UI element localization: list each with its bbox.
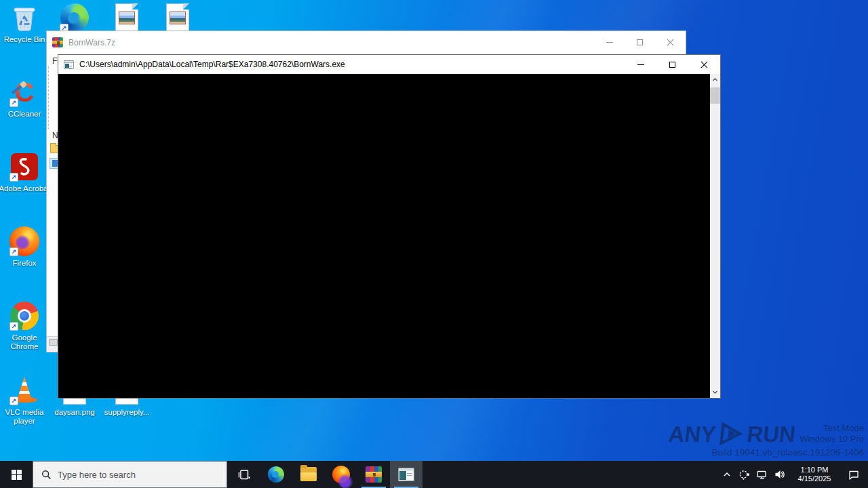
desktop-icon-ccleaner[interactable]: C ↗ CCleaner [0,77,50,119]
network-icon [756,469,768,481]
icon-label: daysan.png [54,408,94,417]
winrar-icon [366,466,382,483]
edge-icon: ↗ [60,3,90,33]
adobe-acrobat-icon: ↗ [9,152,39,182]
chevron-up-icon [722,470,732,479]
console-app-icon [64,60,74,69]
desktop-icon-image-file-2[interactable] [152,3,203,33]
console-close-button[interactable] [688,55,720,74]
icon-label: Adobe Acrobat [0,184,50,193]
winrar-minimize-button[interactable] [594,31,625,54]
console-minimize-button[interactable] [625,55,656,74]
winrar-titlebar[interactable]: BornWars.7z [47,31,686,54]
volume-icon [774,468,786,481]
taskbar-edge-button[interactable] [260,461,292,488]
anyrun-play-icon [716,422,747,446]
shortcut-arrow-icon: ↗ [9,322,18,331]
tray-show-hidden-icons-button[interactable] [719,461,735,488]
image-file-icon [163,3,193,33]
shortcut-arrow-icon: ↗ [9,173,18,182]
tray-meet-now-button[interactable] [735,461,753,488]
console-maximize-button[interactable] [656,55,688,74]
watermark-build: Build 19041.vb_release.191206-1406 [669,447,864,458]
console-titlebar[interactable]: C:\Users\admin\AppData\Local\Temp\Rar$EX… [58,55,720,74]
icon-label: supplyreply... [104,408,150,417]
recycle-bin-icon [9,3,39,33]
edge-icon [267,466,285,483]
clock-time: 1:10 PM [789,466,840,475]
task-view-button[interactable] [227,461,260,488]
taskbar-firefox-button[interactable] [325,461,357,488]
winrar-window-title: BornWars.7z [68,38,115,47]
shortcut-arrow-icon: ↗ [9,396,18,405]
console-scrollbar[interactable] [710,74,720,398]
meet-now-icon [738,469,750,481]
anyrun-logo: ANY RUN [667,422,797,446]
tray-volume-button[interactable] [770,461,789,488]
file-explorer-icon [300,466,317,483]
clock-date: 4/15/2025 [789,474,840,484]
watermark-mode: Test Mode [800,423,864,434]
ccleaner-icon: C ↗ [9,77,39,107]
desktop-icon-recycle-bin[interactable]: Recycle Bin [0,3,50,44]
icon-label: Recycle Bin [4,35,45,44]
console-window: C:\Users\admin\AppData\Local\Temp\Rar$EX… [58,54,721,399]
system-tray: 1:10 PM 4/15/2025 [719,461,868,488]
icon-label: CCleaner [8,110,41,119]
console-output-area [58,74,710,398]
google-chrome-icon: ↗ [9,301,39,331]
taskbar-winrar-button[interactable] [357,461,390,488]
taskbar-search-box[interactable] [33,461,227,488]
taskbar-file-explorer-button[interactable] [292,461,325,488]
anyrun-watermark: ANY RUN Test Mode Windows 10 Pro Build 1… [669,422,864,458]
scroll-up-icon[interactable] [712,77,718,83]
screen: Recycle Bin C ↗ CCleaner ↗ Adobe Acrobat… [0,0,868,488]
task-view-icon [237,468,250,481]
console-window-title: C:\Users\admin\AppData\Local\Temp\Rar$EX… [79,60,345,69]
watermark-os: Windows 10 Pro [800,434,864,445]
shortcut-arrow-icon: ↗ [9,98,18,107]
firefox-icon [332,466,350,483]
desktop-icon-vlc[interactable]: ↗ VLC media player [0,375,50,426]
icon-label: Firefox [12,259,36,268]
scrollbar-thumb[interactable] [710,87,720,104]
desktop-icon-adobe-acrobat[interactable]: ↗ Adobe Acrobat [0,152,50,193]
icon-label: Google Chrome [0,333,50,351]
windows-logo-icon [12,470,22,480]
winrar-toolbar-edge [48,66,49,129]
tray-network-button[interactable] [753,461,770,488]
scroll-down-icon[interactable] [712,389,718,395]
action-center-icon [848,468,860,481]
winrar-statusbar-corner [47,336,58,352]
action-center-button[interactable] [840,461,868,488]
winrar-app-icon [52,37,63,47]
taskbar: 1:10 PM 4/15/2025 [0,461,868,488]
image-file-icon [112,3,142,33]
vlc-icon: ↗ [9,375,39,405]
start-button[interactable] [0,461,33,488]
winrar-maximize-button[interactable] [625,31,655,54]
icon-label: VLC media player [0,408,50,426]
desktop-icon-firefox[interactable]: ↗ Firefox [0,226,50,268]
desktop-icon-image-file-1[interactable] [101,3,153,33]
desktop-icon-google-chrome[interactable]: ↗ Google Chrome [0,301,50,351]
shortcut-arrow-icon: ↗ [9,247,18,256]
taskbar-console-button[interactable] [390,461,422,488]
search-icon [41,470,52,480]
search-input[interactable] [58,470,207,480]
winrar-close-button[interactable] [655,31,686,54]
console-icon [398,468,414,481]
firefox-icon: ↗ [9,226,39,256]
desktop-icon-edge[interactable]: ↗ [49,3,100,33]
taskbar-clock[interactable]: 1:10 PM 4/15/2025 [789,466,840,484]
